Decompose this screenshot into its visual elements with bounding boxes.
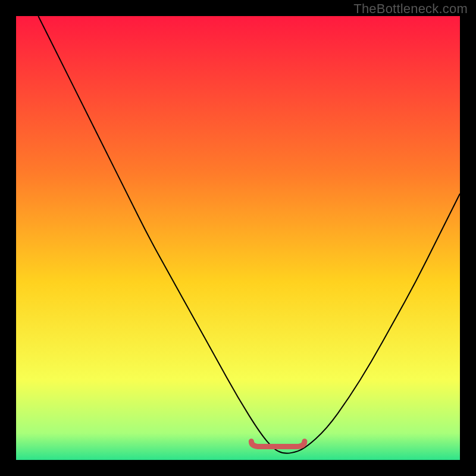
watermark-text: TheBottleneck.com (353, 1, 468, 17)
chart-frame: TheBottleneck.com (0, 0, 476, 476)
gradient-background (16, 16, 460, 460)
bottleneck-chart (16, 16, 460, 460)
plot-area (16, 16, 460, 460)
